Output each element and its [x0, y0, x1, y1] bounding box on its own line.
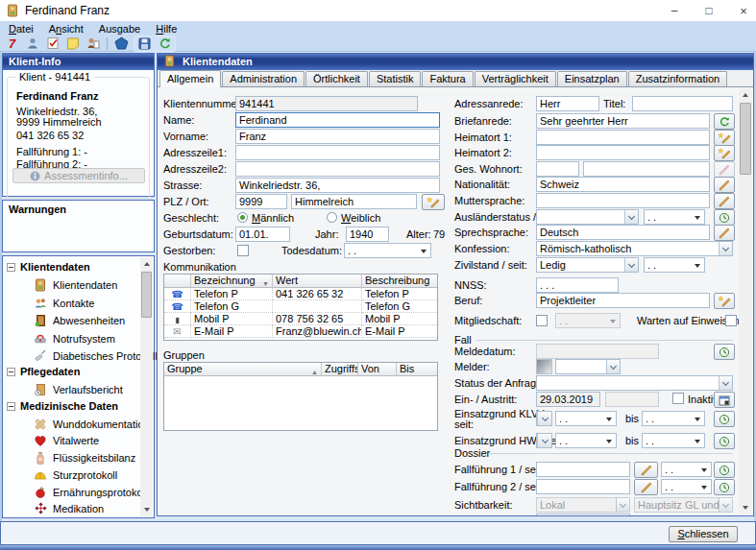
sidebar-item-kontakte[interactable]: Kontakte: [34, 297, 94, 310]
fallfuehrung2-history-button[interactable]: [714, 479, 735, 495]
jahr-field[interactable]: 1940: [346, 227, 389, 242]
table-row[interactable]: ☎ Telefon G Telefon G: [164, 300, 437, 313]
heimatort1-edit-button[interactable]: [714, 130, 735, 146]
sidebar-item-vitalwerte[interactable]: Vitalwerte: [34, 434, 99, 447]
maximize-button[interactable]: □: [702, 4, 716, 17]
einsatzgrund-klv-combo[interactable]: [536, 411, 552, 426]
assessmentinfo-button[interactable]: Assessmentinfo...: [12, 168, 145, 183]
scroll-up-icon[interactable]: [739, 88, 752, 102]
tree-scrollbar[interactable]: [140, 257, 153, 516]
gestorben-checkbox[interactable]: [237, 245, 249, 256]
pentagon-icon[interactable]: [113, 36, 130, 51]
tab-einsatzplan[interactable]: Einsatzplan: [557, 71, 627, 86]
briefanrede-field[interactable]: Sehr geehrter Herr: [536, 113, 710, 129]
fallfuehrung1-seit-combo[interactable]: . .: [661, 462, 712, 477]
konfession-combo[interactable]: Römisch-katholisch: [536, 241, 733, 256]
save-icon[interactable]: [136, 36, 153, 51]
eintritt-field[interactable]: 29.03.2019: [536, 392, 600, 407]
table-row[interactable]: ▮ Mobil P 078 756 32 65 Mobil P: [164, 313, 437, 325]
heimatort2-edit-button[interactable]: [714, 145, 735, 161]
scroll-up-icon[interactable]: [140, 257, 153, 271]
titel-field[interactable]: [632, 96, 733, 111]
komm-header-icon[interactable]: [164, 275, 191, 288]
minimize-button[interactable]: –: [668, 4, 681, 17]
sprechsprache-edit-button[interactable]: [714, 225, 735, 241]
hw-seit-combo[interactable]: . .: [555, 433, 617, 448]
beruf-field[interactable]: Projektleiter: [536, 293, 710, 308]
seven-icon[interactable]: 7: [4, 36, 20, 51]
heimatort1-field[interactable]: [536, 130, 710, 145]
mitgliedschaft-checkbox[interactable]: [536, 315, 548, 326]
klv-history-button[interactable]: [714, 411, 735, 427]
hw-bis-combo[interactable]: . .: [642, 433, 705, 448]
sidebar-item-wunddokumentation[interactable]: Wunddokumentation: [34, 418, 150, 431]
plz-ort-edit-button[interactable]: [422, 194, 445, 210]
fallfuehrung1-edit-button[interactable]: [634, 462, 658, 478]
auslaenderstatus-combo[interactable]: [536, 209, 639, 225]
refresh-icon[interactable]: [157, 36, 173, 51]
komm-header-beschreibung[interactable]: Beschreibung: [362, 275, 437, 288]
heimatort2-field[interactable]: [536, 145, 710, 160]
person-icon[interactable]: [24, 36, 40, 51]
todesdatum-combo[interactable]: . .: [344, 243, 431, 258]
menu-datei[interactable]: Datei: [9, 23, 34, 35]
sidebar-item-fluessigkeitsbilanz[interactable]: Flüssigkeitsbilanz: [34, 451, 135, 465]
menu-hilfe[interactable]: Hilfe: [156, 23, 177, 35]
fallfuehrung1-field[interactable]: [536, 462, 630, 477]
schliessen-button[interactable]: Schliessen: [669, 526, 738, 542]
tab-statistik[interactable]: Statistik: [369, 71, 422, 86]
meldedatum-history-button[interactable]: [714, 344, 735, 360]
klv-bis-combo[interactable]: . .: [642, 411, 705, 426]
tab-oertlichkeit[interactable]: Örtlichkeit: [305, 71, 368, 86]
menu-ansicht[interactable]: Ansicht: [49, 23, 84, 35]
muttersprache-edit-button[interactable]: [714, 193, 735, 209]
einsatzgrund-hw-combo[interactable]: [536, 433, 552, 448]
gruppen-header-gruppe[interactable]: Gruppe▲: [164, 363, 322, 376]
gruppen-header-bis[interactable]: Bis: [397, 363, 437, 376]
plz-field[interactable]: 9999: [235, 194, 287, 209]
tab-administration[interactable]: Administration: [222, 71, 305, 86]
tree-group-pflegedaten[interactable]: Pflegedaten: [7, 366, 80, 377]
adresszeile2-field[interactable]: [235, 161, 440, 177]
collapse-icon[interactable]: [7, 263, 15, 272]
ort-field[interactable]: Himmelreich: [291, 194, 417, 209]
komm-header-bezeichnung[interactable]: Bezeichnung▼: [191, 275, 273, 288]
sidebar-item-medikation[interactable]: Medikation: [34, 502, 104, 515]
muttersprache-field[interactable]: [536, 193, 710, 208]
sidebar-item-klientendaten[interactable]: Klientendaten: [34, 278, 117, 292]
klv-seit-combo[interactable]: . .: [555, 411, 617, 426]
scrollbar-thumb[interactable]: [740, 103, 751, 175]
close-button[interactable]: ×: [737, 4, 750, 18]
inaktiv-checkbox[interactable]: [672, 393, 684, 404]
fallfuehrung2-seit-combo[interactable]: . .: [661, 479, 712, 494]
tab-zusatzinformation[interactable]: Zusatzinformation: [628, 71, 727, 86]
sidebar-item-notrufsystem[interactable]: Notrufsystem: [34, 332, 115, 346]
maennlich-label[interactable]: Männlich: [252, 211, 294, 226]
table-row[interactable]: ☎ Telefon P 041 326 65 32 Telefon P: [164, 288, 437, 300]
gruppen-header-zugriffs[interactable]: Zugriffs...: [322, 363, 358, 376]
tree-group-klientendaten[interactable]: Klientendaten: [7, 261, 90, 273]
ges-wohnort-plz-field[interactable]: [536, 161, 579, 177]
auslaenderstatus-history-button[interactable]: [714, 209, 735, 226]
strasse-field[interactable]: Winkelriedstr. 36,: [235, 178, 440, 193]
sprechsprache-field[interactable]: Deutsch: [536, 225, 710, 240]
nnss-field[interactable]: . . .: [536, 277, 619, 293]
person-report-icon[interactable]: [85, 36, 101, 51]
beruf-edit-button[interactable]: [714, 293, 735, 309]
komm-header-wert[interactable]: Wert: [273, 275, 362, 288]
briefanrede-refresh-button[interactable]: [714, 113, 735, 130]
vorname-field[interactable]: Franz: [235, 129, 440, 144]
scroll-down-icon[interactable]: [140, 503, 153, 516]
ges-wohnort-ort-field[interactable]: [583, 161, 710, 177]
melder-combo[interactable]: [555, 359, 621, 374]
name-field[interactable]: Ferdinand: [235, 112, 440, 128]
ein-austritt-calendar-button[interactable]: [714, 392, 735, 408]
warten-checkbox[interactable]: [725, 315, 737, 326]
sidebar-item-sturzprotokoll[interactable]: Sturzprotokoll: [34, 468, 117, 482]
gruppen-header-von[interactable]: Von: [358, 363, 397, 376]
sidebar-item-abwesenheiten[interactable]: Abwesenheiten: [34, 314, 125, 327]
zivilstand-seit-combo[interactable]: . .: [644, 257, 705, 273]
menu-ausgabe[interactable]: Ausgabe: [99, 23, 140, 35]
tab-allgemein[interactable]: Allgemein: [159, 70, 221, 87]
status-anfrage-combo[interactable]: [536, 375, 733, 391]
